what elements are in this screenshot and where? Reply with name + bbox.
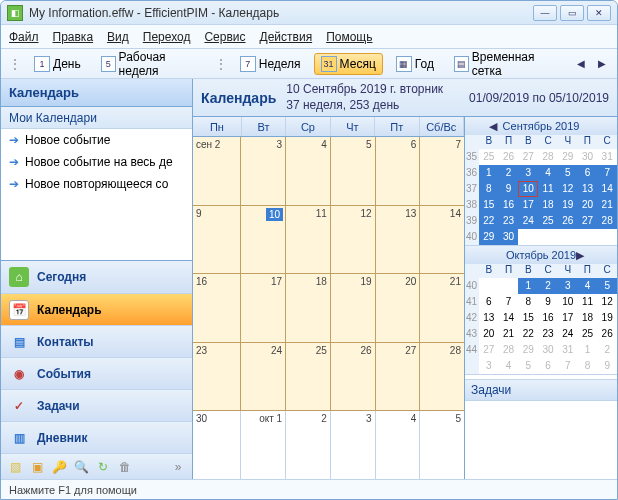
- calendar-cell[interactable]: 12: [331, 206, 376, 274]
- mini-day[interactable]: 4: [538, 165, 558, 181]
- mini-day[interactable]: 24: [558, 326, 578, 342]
- menu-actions[interactable]: Действия: [260, 30, 313, 44]
- mini-day[interactable]: [578, 229, 598, 245]
- mini-day[interactable]: 31: [558, 342, 578, 358]
- mini-day[interactable]: 27: [479, 342, 499, 358]
- mini-day[interactable]: 9: [597, 358, 617, 374]
- nav-calendar[interactable]: 📅Календарь: [1, 293, 192, 325]
- mini-day[interactable]: 7: [499, 294, 519, 310]
- mini-day[interactable]: 25: [578, 326, 598, 342]
- view-timegrid-button[interactable]: ▤Временная сетка: [447, 47, 567, 81]
- mini-day[interactable]: 15: [518, 310, 538, 326]
- calendar-cell[interactable]: 30: [193, 411, 241, 479]
- mini-day[interactable]: 15: [479, 197, 499, 213]
- nav-diary[interactable]: ▥Дневник: [1, 421, 192, 453]
- mini-day[interactable]: 3: [518, 165, 538, 181]
- calendar-cell[interactable]: 19: [331, 274, 376, 342]
- mini-day[interactable]: 7: [558, 358, 578, 374]
- mini-day[interactable]: 16: [538, 310, 558, 326]
- mini-day[interactable]: 30: [538, 342, 558, 358]
- calendar-cell[interactable]: 3: [241, 137, 286, 205]
- calendar-cell[interactable]: 7: [420, 137, 464, 205]
- mini-day[interactable]: 16: [499, 197, 519, 213]
- calendar-cell[interactable]: 3: [331, 411, 376, 479]
- mini-day[interactable]: 13: [479, 310, 499, 326]
- mini-day[interactable]: 29: [479, 229, 499, 245]
- mini-day[interactable]: 28: [499, 342, 519, 358]
- view-month-button[interactable]: 31Месяц: [314, 53, 383, 75]
- mini-day[interactable]: 9: [538, 294, 558, 310]
- mini-day[interactable]: 2: [597, 342, 617, 358]
- mini-day[interactable]: 19: [558, 197, 578, 213]
- search-icon[interactable]: 🔍: [73, 459, 89, 475]
- mini-day[interactable]: 5: [558, 165, 578, 181]
- mini-day[interactable]: 23: [538, 326, 558, 342]
- calendar-cell[interactable]: 6: [376, 137, 421, 205]
- mini-day[interactable]: 25: [538, 213, 558, 229]
- mini-day[interactable]: 19: [597, 310, 617, 326]
- maximize-button[interactable]: ▭: [560, 5, 584, 21]
- calendar-cell[interactable]: 25: [286, 343, 331, 411]
- mini-day[interactable]: 14: [499, 310, 519, 326]
- calendar-cell[interactable]: 2: [286, 411, 331, 479]
- mini-day[interactable]: 10: [558, 294, 578, 310]
- calendar-cell[interactable]: 23: [193, 343, 241, 411]
- mini-day[interactable]: 5: [518, 358, 538, 374]
- mini-day[interactable]: 22: [479, 213, 499, 229]
- mini-day[interactable]: 12: [558, 181, 578, 197]
- mini-day[interactable]: 18: [538, 197, 558, 213]
- mini-day[interactable]: 13: [578, 181, 598, 197]
- menu-service[interactable]: Сервис: [204, 30, 245, 44]
- calendar-cell[interactable]: 26: [331, 343, 376, 411]
- nav-prev-button[interactable]: ◀: [573, 56, 588, 72]
- close-button[interactable]: ✕: [587, 5, 611, 21]
- mini-day[interactable]: 21: [499, 326, 519, 342]
- calendar-cell[interactable]: 9: [193, 206, 241, 274]
- calendar-cell[interactable]: 5: [420, 411, 464, 479]
- mini-day[interactable]: 20: [479, 326, 499, 342]
- mini-day[interactable]: 2: [499, 165, 519, 181]
- mini-day[interactable]: 8: [578, 358, 598, 374]
- mini-day[interactable]: [558, 229, 578, 245]
- mini-day[interactable]: 7: [597, 165, 617, 181]
- trash-icon[interactable]: 🗑: [117, 459, 133, 475]
- mini-day[interactable]: 2: [538, 278, 558, 294]
- mini-day[interactable]: [518, 229, 538, 245]
- mini-day[interactable]: 1: [479, 165, 499, 181]
- calendar-cell[interactable]: 24: [241, 343, 286, 411]
- mini-day[interactable]: 31: [597, 149, 617, 165]
- nav-tasks[interactable]: ✓Задачи: [1, 389, 192, 421]
- nav-events[interactable]: ◉События: [1, 357, 192, 389]
- mini-day[interactable]: 8: [479, 181, 499, 197]
- calendar-cell[interactable]: 4: [376, 411, 421, 479]
- mini-day[interactable]: 14: [597, 181, 617, 197]
- mini-day[interactable]: 1: [578, 342, 598, 358]
- calendar-cell[interactable]: сен 2: [193, 137, 241, 205]
- calendar-cell[interactable]: 10: [241, 206, 286, 274]
- calendar-cell[interactable]: 28: [420, 343, 464, 411]
- mini-day[interactable]: 5: [597, 278, 617, 294]
- nav-contacts[interactable]: ▤Контакты: [1, 325, 192, 357]
- mini-day[interactable]: [499, 278, 519, 294]
- menu-view[interactable]: Вид: [107, 30, 129, 44]
- mini-prev-button[interactable]: ◀: [489, 120, 503, 133]
- mini-day[interactable]: 21: [597, 197, 617, 213]
- refresh-icon[interactable]: ↻: [95, 459, 111, 475]
- mini-day[interactable]: 17: [518, 197, 538, 213]
- action-new-event[interactable]: ➔Новое событие: [1, 129, 192, 151]
- mini-day[interactable]: 4: [578, 278, 598, 294]
- mini-day[interactable]: 10: [518, 181, 538, 197]
- calendar-cell[interactable]: 17: [241, 274, 286, 342]
- view-week-button[interactable]: 7Неделя: [233, 53, 308, 75]
- nav-today[interactable]: ⌂Сегодня: [1, 261, 192, 293]
- mini-day[interactable]: 28: [538, 149, 558, 165]
- mini-day[interactable]: 25: [479, 149, 499, 165]
- mini-day[interactable]: 26: [499, 149, 519, 165]
- calendar-cell[interactable]: 4: [286, 137, 331, 205]
- calendar-cell[interactable]: 13: [376, 206, 421, 274]
- mini-day[interactable]: 30: [499, 229, 519, 245]
- menu-edit[interactable]: Правка: [53, 30, 94, 44]
- folder-icon[interactable]: ▣: [29, 459, 45, 475]
- view-year-button[interactable]: ▦Год: [389, 53, 441, 75]
- mini-day[interactable]: 4: [499, 358, 519, 374]
